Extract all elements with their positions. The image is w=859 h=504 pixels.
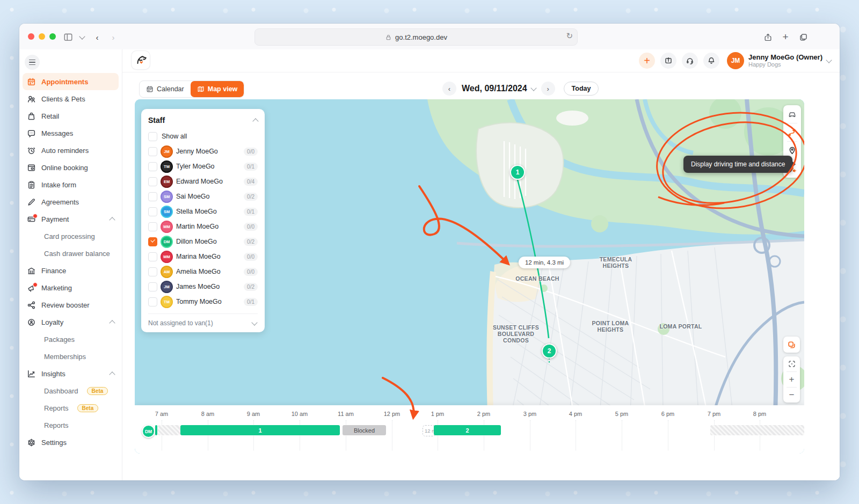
sidebar-item-clients-pets[interactable]: Clients & Pets bbox=[23, 90, 119, 107]
export-button[interactable] bbox=[660, 53, 676, 69]
sidebar-item-review-booster[interactable]: Review booster bbox=[23, 296, 119, 313]
sidebar-item-card-processing[interactable]: Card processing bbox=[23, 228, 119, 245]
beta-badge: Beta bbox=[77, 404, 99, 412]
staff-checkbox[interactable] bbox=[148, 252, 157, 261]
staff-row-tyler[interactable]: TM Tyler MoeGo 0/1 bbox=[148, 159, 258, 174]
route-icon bbox=[788, 128, 797, 137]
sidebar-item-agreements[interactable]: Agreements bbox=[23, 193, 119, 210]
sidebar-item-retail[interactable]: Retail bbox=[23, 107, 119, 125]
hour-label: 3 pm bbox=[523, 411, 536, 417]
hour-label: 7 pm bbox=[708, 411, 720, 417]
staff-checkbox[interactable] bbox=[148, 267, 157, 276]
calendar-view-tab[interactable]: Calendar bbox=[140, 81, 191, 97]
show-all-row[interactable]: Show all bbox=[148, 129, 258, 144]
sidebar-item-loyalty[interactable]: Loyalty bbox=[23, 313, 119, 331]
window-controls[interactable] bbox=[28, 33, 56, 40]
blocked-time-block[interactable]: Blocked bbox=[343, 425, 386, 435]
staff-checkbox[interactable] bbox=[148, 162, 157, 171]
zoom-in-button[interactable]: + bbox=[783, 372, 800, 387]
staff-row-tommy[interactable]: TM Tommy MoeGo 0/1 bbox=[148, 294, 258, 309]
timeline[interactable]: 7 am 8 am 9 am 10 am 11 am 12 pm 1 pm 2 … bbox=[135, 405, 804, 454]
staff-row-amelia[interactable]: AM Amelia MoeGo 0/0 bbox=[148, 264, 258, 279]
forward-button[interactable]: › bbox=[106, 30, 120, 44]
moego-logo[interactable] bbox=[132, 51, 150, 69]
sidebar-item-online-booking[interactable]: Online booking bbox=[23, 159, 119, 176]
user-org: Happy Dogs bbox=[748, 61, 822, 68]
van-layer-button[interactable] bbox=[783, 105, 801, 123]
sidebar-toggle-icon[interactable] bbox=[61, 30, 75, 44]
sidebar-chevron-icon[interactable] bbox=[75, 30, 89, 44]
sidebar-item-finance[interactable]: Finance bbox=[23, 262, 119, 279]
not-assigned-row[interactable]: Not assigned to van(1) bbox=[148, 313, 258, 327]
hour-label: 6 pm bbox=[661, 411, 674, 417]
map-view-tab[interactable]: Map view bbox=[191, 81, 244, 97]
sidebar-item-messages[interactable]: Messages bbox=[23, 125, 119, 142]
staff-row-james[interactable]: JM James MoeGo 0/2 bbox=[148, 279, 258, 294]
staff-checkbox[interactable] bbox=[148, 237, 157, 246]
appointment-block-1[interactable]: 1 bbox=[180, 425, 340, 435]
staff-checkbox[interactable] bbox=[148, 222, 157, 231]
sidebar-item-dashboard[interactable]: Dashboard Beta bbox=[23, 382, 119, 399]
staff-row-edward[interactable]: EM Edward MoeGo 0/4 bbox=[148, 174, 258, 189]
notifications-button[interactable] bbox=[703, 53, 719, 69]
add-button[interactable]: + bbox=[639, 53, 655, 69]
sidebar-item-insights[interactable]: Insights bbox=[23, 365, 119, 382]
next-day-button[interactable]: › bbox=[541, 82, 555, 96]
back-button[interactable]: ‹ bbox=[90, 30, 104, 44]
appointment-block-2[interactable]: 2 bbox=[434, 425, 501, 435]
map-marker-1[interactable]: 1 bbox=[510, 165, 525, 180]
new-tab-icon[interactable]: + bbox=[778, 30, 792, 44]
zoom-out-button[interactable]: − bbox=[783, 388, 800, 403]
staff-checkbox[interactable] bbox=[148, 177, 157, 186]
sidebar-item-reports-beta[interactable]: Reports Beta bbox=[23, 399, 119, 417]
headset-icon bbox=[686, 56, 694, 65]
route-layer-button[interactable] bbox=[783, 123, 801, 141]
sidebar-item-appointments[interactable]: Appointments bbox=[23, 73, 119, 90]
share-icon[interactable] bbox=[761, 30, 775, 44]
sidebar-item-intake-form[interactable]: Intake form bbox=[23, 176, 119, 193]
sidebar-item-auto-reminders[interactable]: Auto reminders bbox=[23, 142, 119, 159]
prev-day-button[interactable]: ‹ bbox=[442, 82, 456, 96]
map-marker-2[interactable]: 2 bbox=[542, 344, 557, 359]
sidebar-item-payment[interactable]: Payment bbox=[23, 210, 119, 228]
minimize-window-button[interactable] bbox=[39, 33, 45, 40]
menu-toggle-button[interactable] bbox=[25, 55, 40, 70]
staff-row-stella[interactable]: SM Stella MoeGo 0/1 bbox=[148, 204, 258, 219]
support-button[interactable] bbox=[682, 53, 698, 69]
staff-checkbox[interactable] bbox=[148, 147, 157, 156]
recenter-button[interactable] bbox=[783, 356, 800, 371]
avatar: SM bbox=[162, 192, 172, 202]
sidebar-item-settings[interactable]: Settings bbox=[23, 434, 119, 451]
date-label[interactable]: Wed, 09/11/2024 bbox=[462, 84, 536, 93]
staff-checkbox[interactable] bbox=[148, 207, 157, 216]
sidebar-item-memberships[interactable]: Memberships bbox=[23, 348, 119, 365]
today-button[interactable]: Today bbox=[564, 82, 599, 96]
staff-row-jenny[interactable]: JM Jenny MoeGo 0/0 bbox=[148, 144, 258, 159]
staff-checkbox[interactable] bbox=[148, 192, 157, 201]
staff-row-marina[interactable]: MM Marina MoeGo 0/0 bbox=[148, 249, 258, 264]
clipboard-icon bbox=[27, 180, 36, 189]
sidebar-item-packages[interactable]: Packages bbox=[23, 331, 119, 348]
staff-panel-header[interactable]: Staff bbox=[148, 116, 258, 129]
sidebar-item-cash-drawer-balance[interactable]: Cash drawer balance bbox=[23, 245, 119, 262]
clients-icon bbox=[27, 94, 36, 104]
map[interactable]: OCEAN BEACH TEMECULA HEIGHTS SUNSET CLIF… bbox=[135, 99, 804, 454]
zoom-window-button[interactable] bbox=[49, 33, 56, 40]
close-window-button[interactable] bbox=[28, 33, 34, 40]
map-label-loma-portal: LOMA PORTAL bbox=[659, 323, 702, 330]
show-all-checkbox[interactable] bbox=[148, 132, 157, 141]
account-menu[interactable]: JM Jenny MoeGo (Owner) Happy Dogs bbox=[727, 52, 831, 69]
map-style-button[interactable] bbox=[783, 337, 800, 353]
sidebar-item-marketing[interactable]: Marketing bbox=[23, 279, 119, 296]
staff-row-sai[interactable]: SM Sai MoeGo 0/2 bbox=[148, 189, 258, 204]
address-bar[interactable]: go.t2.moego.dev ↻ bbox=[254, 28, 578, 46]
staff-checkbox[interactable] bbox=[148, 297, 157, 306]
day-start-tick bbox=[155, 425, 157, 435]
staff-row-dillon[interactable]: DM Dillon MoeGo 0/2 bbox=[148, 234, 258, 249]
sidebar-item-reports[interactable]: Reports bbox=[23, 417, 119, 434]
reload-icon[interactable]: ↻ bbox=[566, 31, 573, 41]
staff-row-martin[interactable]: MM Martin MoeGo 0/0 bbox=[148, 219, 258, 234]
avatar: EM bbox=[162, 177, 172, 187]
staff-checkbox[interactable] bbox=[148, 282, 157, 291]
tab-overview-icon[interactable] bbox=[796, 30, 810, 44]
